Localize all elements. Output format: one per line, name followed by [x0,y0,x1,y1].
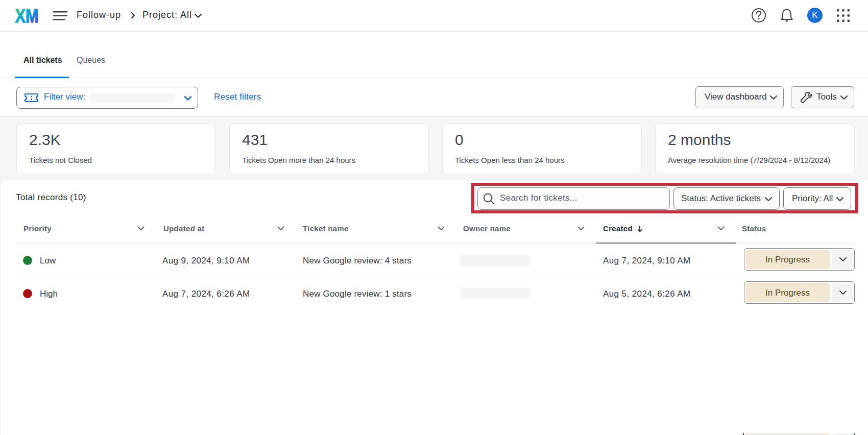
svg-text:XM: XM [15,9,39,23]
